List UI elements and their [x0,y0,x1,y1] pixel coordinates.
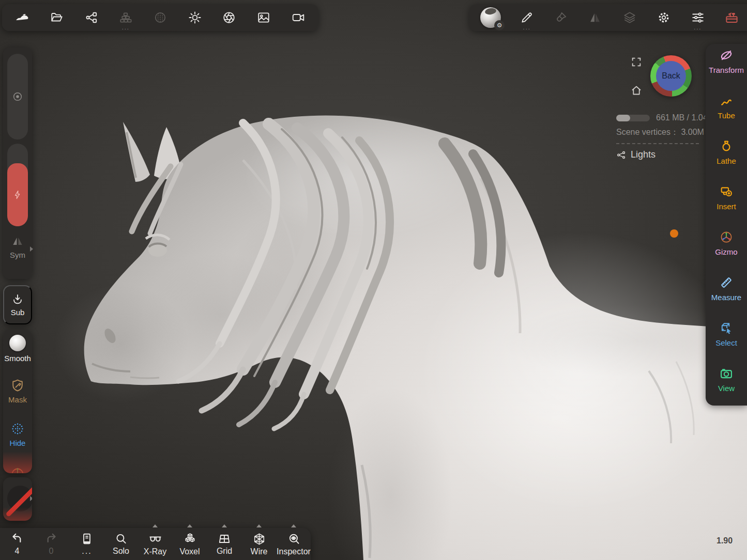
zoom-level: 1.90 [716,536,733,546]
brush-radius-slider[interactable] [7,54,28,139]
paint-brush-icon [554,11,568,24]
bottom-toolbar: 4 0 ... Solo X-Ray [0,528,311,560]
topology-button[interactable] [149,6,172,29]
xray-button[interactable]: X-Ray [137,528,173,560]
view-orientation-label: Back [656,61,686,91]
radius-dot-icon [12,91,23,102]
caret-up-icon [187,524,192,527]
scene-graph-icon [85,11,98,24]
camera-record-button[interactable] [287,6,310,29]
xray-glasses-icon [148,532,162,546]
fullscreen-icon [631,56,642,68]
symmetry-button[interactable] [584,6,606,29]
tool-mask[interactable]: Mask [3,378,32,418]
memory-value: 661 MB / 1.04 G [656,113,705,122]
brush-tool-button[interactable]: ... [515,6,538,29]
xray-label: X-Ray [144,547,166,556]
settings-gear-icon [657,11,670,24]
sidebar-label: Gizmo [715,247,737,256]
tool-hide[interactable]: Hide [3,422,32,462]
camera-video-icon [292,11,305,24]
home-icon [630,84,643,97]
view-orientation-ball[interactable]: Back [650,55,692,97]
intensity-bolt-icon [12,190,23,200]
scene-graph-button[interactable] [80,6,103,29]
app-logo-icon [14,11,30,24]
sidebar-label: Transform [709,66,744,74]
voxel-button[interactable]: Voxel [172,528,208,560]
brush-intensity-slider[interactable] [7,144,28,226]
grid-label: Grid [217,547,232,556]
gizmo-peek-icon[interactable] [10,467,25,473]
history-notes-icon [80,532,94,546]
lathe-icon [719,139,734,153]
options-more: ... [687,25,709,30]
primitives-more: ... [114,25,137,30]
history-button[interactable]: ... [69,528,105,560]
top-right-toolbar: ⚙ ... [469,4,747,31]
sidebar-item-transform[interactable]: Transform [706,48,747,88]
sidebar-item-view[interactable]: View [706,366,747,407]
left-slider-panel: Sym [3,48,32,279]
fullscreen-button[interactable] [631,56,642,68]
app-logo-button[interactable] [11,6,34,29]
light-indicator-dot[interactable] [670,229,678,238]
tool-smooth[interactable]: Smooth [3,335,32,375]
material-sphere-icon: ⚙ [480,7,501,28]
background-image-button[interactable] [252,6,275,29]
material-none-button[interactable] [3,477,32,521]
caret-up-icon [222,524,227,527]
undo-button[interactable]: 4 [0,528,35,560]
settings-button[interactable] [652,6,675,29]
files-button[interactable] [45,6,68,29]
layers-button[interactable] [618,6,641,29]
redo-button[interactable]: 0 [33,528,69,560]
sidebar-item-measure[interactable]: Measure [706,275,747,316]
lighting-button[interactable] [184,6,206,29]
sidebar-item-lathe[interactable]: Lathe [706,139,747,179]
caret-up-icon [256,524,262,527]
postprocess-button[interactable] [218,6,240,29]
vertices-row: Scene vertices： 3.00M [616,127,705,138]
solo-button[interactable]: Solo [103,528,139,560]
voxel-cubes-icon [183,532,197,546]
sidebar-label: View [718,384,735,393]
sidebar-item-insert[interactable]: Insert [706,184,747,225]
sidebar-label: Tube [718,111,735,120]
brush-more: ... [515,25,538,30]
inspector-label: Inspector [277,547,311,556]
memory-row: 661 MB / 1.04 G [616,113,705,122]
material-expand-arrow-icon [30,496,32,501]
grid-button[interactable]: Grid [206,528,242,560]
hide-dotted-sphere-icon [10,422,25,436]
sym-label: Sym [10,251,25,259]
sidebar-label: Select [715,338,737,347]
lights-button[interactable]: Lights [616,149,655,160]
layers-icon [623,11,636,24]
home-view-button[interactable] [630,84,643,97]
render-aperture-icon [222,11,236,24]
paint-button[interactable] [550,6,572,29]
inspector-eye-icon [287,532,301,546]
sidebar-item-tube[interactable]: Tube [706,94,747,134]
top-left-toolbar: ... [2,4,318,31]
symmetry-toggle[interactable]: Sym [3,235,32,271]
redo-icon [44,532,58,546]
material-button[interactable]: ⚙ [477,6,504,29]
toolbox-button[interactable] [721,6,743,29]
inspector-button[interactable]: Inspector [273,528,314,560]
symmetry-triangles-icon [11,235,24,248]
history-more: ... [82,547,92,556]
sidebar-item-gizmo[interactable]: Gizmo [706,230,747,270]
lights-label: Lights [631,149,655,160]
primitives-button[interactable]: ... [114,6,137,29]
insert-icon [719,184,734,199]
mask-shield-icon [10,378,25,393]
symmetry-mirror-icon [588,11,602,24]
options-sliders-button[interactable]: ... [687,6,709,29]
subdivide-button[interactable]: Sub [3,285,32,324]
wire-button[interactable]: Wire [241,528,277,560]
sidebar-item-select[interactable]: Select [706,321,747,361]
sym-expand-arrow-icon[interactable] [30,246,33,252]
tube-icon [719,94,734,108]
